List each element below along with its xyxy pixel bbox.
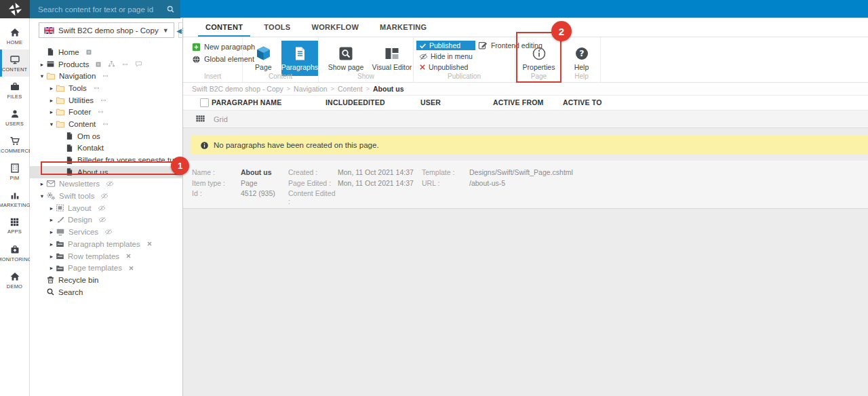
expander-icon[interactable]: ▸	[47, 97, 56, 104]
column-header-include[interactable]: INCLUDE	[326, 98, 358, 106]
tab-marketing[interactable]: MARKETING	[372, 18, 434, 37]
detail-label: URL :	[422, 179, 469, 190]
appbar-label-pim: PIM	[10, 175, 20, 181]
expander-icon[interactable]: ▸	[47, 241, 56, 248]
tree-item-newsletters[interactable]: ▸Newsletters	[30, 178, 182, 191]
page-button[interactable]: Page	[250, 41, 277, 76]
tree-item-page-templates[interactable]: ▸Page templates	[30, 262, 182, 274]
column-header-user[interactable]: USER	[420, 98, 441, 106]
properties-button[interactable]: Properties	[519, 41, 559, 76]
tree-label-content: Content	[68, 120, 96, 128]
appbar-item-content[interactable]: CONTENT	[0, 50, 29, 77]
tree-item-billeder-fra-vores-seneste-tur[interactable]: Billeder fra vores seneste tur	[30, 154, 182, 166]
detail-value: About us	[241, 168, 272, 179]
tree-label-newsletters: Newsletters	[59, 180, 100, 188]
expander-icon[interactable]: ▸	[47, 229, 56, 235]
help-button[interactable]: ? Help	[566, 41, 598, 76]
tree-item-tools[interactable]: ▸Tools	[30, 82, 182, 94]
breadcrumb-part[interactable]: Navigation	[294, 85, 328, 93]
unpublished-button[interactable]: Unpublished	[416, 62, 475, 72]
expander-icon[interactable]: ▸	[47, 253, 56, 260]
expander-icon[interactable]: ▾	[38, 73, 46, 79]
tree-item-products[interactable]: ▸Products	[30, 58, 182, 71]
tree-item-search[interactable]: Search	[30, 286, 182, 298]
grid-row[interactable]: Grid	[183, 111, 868, 128]
appbar-item-monitoring[interactable]: MONITORING	[0, 239, 29, 266]
uk-flag-icon	[44, 27, 54, 34]
tree-item-recycle-bin[interactable]: Recycle bin	[30, 274, 182, 286]
tree-item-utilities[interactable]: ▸Utilities	[30, 94, 182, 106]
tree-label-om-os: Om os	[77, 132, 100, 140]
expander-icon[interactable]: ▾	[47, 121, 56, 127]
expander-icon[interactable]: ▸	[47, 108, 56, 115]
expander-icon[interactable]: ▾	[38, 193, 46, 199]
tree-item-services[interactable]: ▸Services	[30, 226, 182, 238]
expander-icon[interactable]: ▸	[38, 61, 46, 68]
global-element-button[interactable]: Global element	[192, 54, 242, 64]
sidebar-collapse-arrow-icon[interactable]: ◀	[176, 27, 182, 35]
page-button-label: Page	[255, 63, 272, 71]
expander-icon[interactable]: ▸	[47, 216, 56, 223]
help-label: Help	[574, 63, 589, 71]
top-bar-fill	[180, 0, 868, 18]
appbar-item-files[interactable]: FILES	[0, 77, 29, 104]
tab-workflow[interactable]: WORKFLOW	[304, 18, 366, 37]
gears-icon	[46, 191, 56, 201]
expander-icon[interactable]: ▸	[47, 85, 56, 92]
tree-label-utilities: Utilities	[68, 96, 94, 104]
dynamicweb-logo-icon[interactable]	[0, 0, 30, 18]
select-all-checkbox[interactable]	[200, 98, 209, 107]
appbar-label-ecommerce: ECOMMERCE	[0, 148, 32, 154]
tree-item-om-os[interactable]: Om os	[30, 130, 182, 142]
tree-item-paragraph-templates[interactable]: ▸Paragraph templates	[30, 238, 182, 250]
breadcrumb-part[interactable]: Swift B2C demo shop - Copy	[192, 85, 283, 93]
column-header-paragraph-name[interactable]: PARAGRAPH NAME	[212, 98, 282, 106]
alert-text: No paragraphs have been created on this …	[214, 141, 379, 149]
ribbon-group-insert: New paragraph Global element Insert	[183, 37, 243, 82]
column-header-active-to[interactable]: ACTIVE TO	[563, 98, 602, 106]
tree-item-layout[interactable]: ▸Layout	[30, 202, 182, 214]
search-icon[interactable]	[166, 5, 175, 14]
appbar-item-marketing[interactable]: MARKETING	[0, 185, 29, 212]
tree-label-recycle-bin: Recycle bin	[58, 276, 98, 284]
tree-item-design[interactable]: ▸Design	[30, 214, 182, 226]
page-icon	[46, 47, 55, 56]
appbar-label-users: USERS	[5, 121, 24, 127]
tab-tools[interactable]: TOOLS	[256, 18, 298, 37]
plus-icon	[192, 43, 201, 52]
appbar-item-pim[interactable]: PIM	[0, 158, 29, 185]
group-label-show: Show	[319, 73, 413, 80]
appbar-item-users[interactable]: USERS	[0, 104, 29, 131]
tree-item-home[interactable]: Home	[30, 46, 182, 58]
appbar-item-ecommerce[interactable]: ECOMMERCE	[0, 131, 29, 158]
kebab-icon[interactable]	[171, 168, 178, 176]
column-header-edited[interactable]: EDITED	[358, 98, 385, 106]
hide-in-menu-button[interactable]: Hide in menu	[416, 52, 475, 61]
tree-item-row-templates[interactable]: ▸Row templates	[30, 250, 182, 262]
column-header-active-from[interactable]: ACTIVE FROM	[493, 98, 544, 106]
published-button[interactable]: Published	[416, 41, 475, 50]
appbar-item-demo[interactable]: DEMO	[0, 266, 29, 294]
new-paragraph-button[interactable]: New paragraph	[192, 41, 242, 52]
tree-item-about-us[interactable]: About us	[30, 166, 182, 178]
tab-content[interactable]: CONTENT	[198, 18, 250, 37]
expander-icon[interactable]: ▸	[38, 180, 46, 187]
show-page-button[interactable]: Show page	[326, 41, 366, 76]
paragraphs-button[interactable]: Paragraphs	[281, 41, 318, 76]
hide-in-menu-label: Hide in menu	[431, 52, 473, 60]
visual-editor-button[interactable]: Visual Editor	[372, 41, 412, 76]
folder-icon	[56, 107, 65, 117]
breadcrumb-part[interactable]: Content	[338, 85, 363, 93]
appbar-item-apps[interactable]: APPS	[0, 212, 29, 239]
tree-item-kontakt[interactable]: Kontakt	[30, 142, 182, 155]
tree-item-footer[interactable]: ▸Footer	[30, 106, 182, 118]
top-bar	[0, 0, 868, 18]
tree-item-swift-tools[interactable]: ▾Swift tools	[30, 190, 182, 202]
tree-item-content[interactable]: ▾Content	[30, 118, 182, 130]
global-search-input[interactable]	[38, 5, 166, 14]
appbar-item-home[interactable]: HOME	[0, 22, 29, 50]
expander-icon[interactable]: ▸	[47, 264, 56, 271]
tree-item-navigation[interactable]: ▾Navigation	[30, 70, 182, 82]
site-selector-dropdown[interactable]: Swift B2C demo shop - Copy ▼	[39, 22, 174, 38]
expander-icon[interactable]: ▸	[47, 205, 56, 212]
